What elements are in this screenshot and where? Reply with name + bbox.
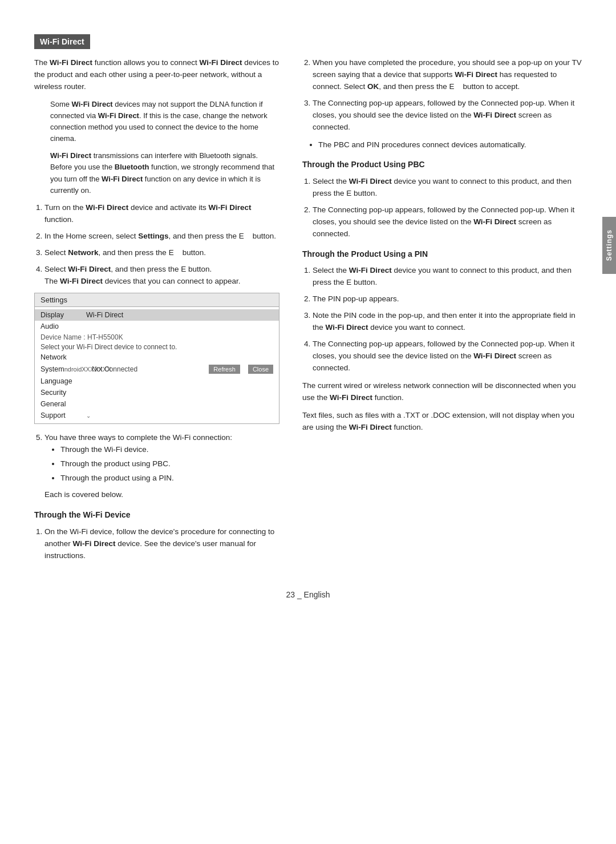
step-4: Select Wi-Fi Direct, and then press the … [44, 264, 279, 288]
right-steps-list: When you have completed the procedure, y… [313, 57, 582, 134]
note-bullet-item: The PBC and PIN procedures connect devic… [318, 139, 582, 151]
step-5: You have three ways to complete the Wi-F… [44, 432, 279, 501]
step-2: In the Home screen, select Settings, and… [44, 231, 279, 243]
wifi-option-3: Through the product using a PIN. [60, 473, 279, 484]
settings-label-language: Language [40, 377, 86, 385]
side-tab-label: Settings [605, 229, 613, 261]
right-column: When you have completed the procedure, y… [302, 57, 582, 567]
settings-row-language: Language [35, 375, 279, 387]
step-5-list: You have three ways to complete the Wi-F… [44, 432, 279, 501]
subsection-wifi-device: Through the Wi-Fi Device On the Wi-Fi de… [34, 509, 279, 562]
device-name-text: Device Name : HT-H5500K [40, 333, 123, 341]
note-text-files: Text files, such as files with a .TXT or… [302, 410, 582, 434]
page-number-text: 23 _ English [286, 590, 330, 599]
pbc-steps: Select the Wi-Fi Direct device you want … [313, 176, 582, 240]
close-button[interactable]: Close [248, 365, 273, 374]
step-1: Turn on the Wi-Fi Direct device and acti… [44, 202, 279, 226]
settings-value-wifi: Wi-Fi Direct [86, 311, 123, 319]
left-column: The Wi-Fi Direct function allows you to … [34, 57, 279, 567]
pbc-step-2: The Connecting pop-up appears, followed … [313, 204, 582, 240]
subsection-pbc-title: Through the Product Using PBC [302, 159, 582, 171]
section-title: Wi-Fi Direct [34, 34, 90, 49]
subsection-wifi-title: Through the Wi-Fi Device [34, 509, 279, 522]
chevron-down-icon: ⌄ [86, 413, 91, 419]
pin-step-3: Note the PIN code in the pop-up, and the… [313, 310, 582, 334]
settings-mockup-box: Settings Display Wi-Fi Direct Audio Devi… [34, 293, 279, 424]
right-step-2: When you have completed the procedure, y… [313, 57, 582, 93]
pin-step-1: Select the Wi-Fi Direct device you want … [313, 265, 582, 289]
subsection-pin: Through the Product Using a PIN Select t… [302, 248, 582, 374]
select-prompt: Select your Wi-Fi Direct device to conne… [35, 342, 279, 352]
settings-row-network: Network [35, 352, 279, 363]
settings-row-system: SystemndroidXXXXXXX Not Connected Refres… [35, 363, 279, 375]
settings-row-general: General [35, 398, 279, 410]
wifi-device-steps: On the Wi-Fi device, follow the device's… [44, 526, 279, 562]
not-connected-status: Not Connected [92, 365, 203, 373]
pin-step-4: The Connecting pop-up appears, followed … [313, 338, 582, 374]
wifi-device-step-1: On the Wi-Fi device, follow the device's… [44, 526, 279, 562]
note-1-p2: Wi-Fi Direct transmissions can interfere… [50, 150, 279, 196]
settings-row-display: Display Wi-Fi Direct [35, 309, 279, 321]
settings-label-audio: Audio [40, 322, 86, 330]
two-column-layout: The Wi-Fi Direct function allows you to … [34, 57, 582, 567]
settings-label-display: Display [40, 311, 86, 319]
page-footer: 23 _ English [34, 590, 582, 599]
settings-side-tab: Settings [602, 217, 616, 274]
note-bullet-pbc: The PBC and PIN procedures connect devic… [318, 139, 582, 151]
note-1-p1: Some Wi-Fi Direct devices may not suppor… [50, 99, 279, 145]
subsection-pbc: Through the Product Using PBC Select the… [302, 159, 582, 240]
settings-row-support: Support ⌄ [35, 410, 279, 421]
settings-row-security: Security [35, 387, 279, 398]
intro-paragraph: The Wi-Fi Direct function allows you to … [34, 57, 279, 93]
settings-box-body: Display Wi-Fi Direct Audio Device Name :… [35, 307, 279, 423]
right-step-3: The Connecting pop-up appears, followed … [313, 98, 582, 134]
page-container: Settings Wi-Fi Direct The Wi-Fi Direct f… [0, 0, 616, 844]
settings-label-system: SystemndroidXXXXXXX [40, 365, 86, 373]
refresh-button[interactable]: Refresh [209, 365, 240, 374]
note-block-1: Some Wi-Fi Direct devices may not suppor… [50, 99, 279, 196]
pin-step-2: The PIN pop-up appears. [313, 293, 582, 305]
settings-label-support: Support [40, 411, 86, 419]
pbc-step-1: Select the Wi-Fi Direct device you want … [313, 176, 582, 200]
settings-row-audio: Audio [35, 321, 279, 332]
wifi-option-2: Through the product using PBC. [60, 458, 279, 470]
wifi-option-1: Through the Wi-Fi device. [60, 444, 279, 456]
note-wired-wireless: The current wired or wireless network co… [302, 380, 582, 404]
settings-label-security: Security [40, 389, 86, 397]
settings-label-network: Network [40, 353, 86, 361]
wifi-options-list: Through the Wi-Fi device. Through the pr… [60, 444, 279, 484]
steps-list: Turn on the Wi-Fi Direct device and acti… [44, 202, 279, 288]
pin-steps: Select the Wi-Fi Direct device you want … [313, 265, 582, 374]
settings-label-general: General [40, 400, 86, 408]
step-3: Select Network, and then press the E but… [44, 247, 279, 259]
device-name-row: Device Name : HT-H5500K [35, 332, 279, 342]
subsection-pin-title: Through the Product Using a PIN [302, 248, 582, 261]
settings-box-header: Settings [35, 293, 279, 307]
